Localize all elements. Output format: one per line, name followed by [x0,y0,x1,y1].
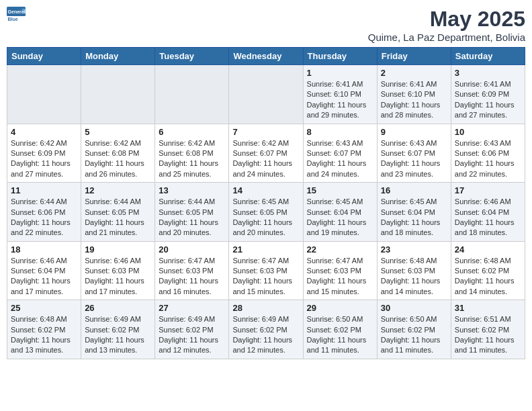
day-info: Sunrise: 6:42 AM Sunset: 6:08 PM Dayligh… [85,138,151,180]
day-info: Sunrise: 6:42 AM Sunset: 6:09 PM Dayligh… [11,138,77,180]
calendar-cell: 23Sunrise: 6:48 AM Sunset: 6:03 PM Dayli… [377,241,451,300]
calendar-week-row: 4Sunrise: 6:42 AM Sunset: 6:09 PM Daylig… [7,124,525,183]
day-number: 14 [232,185,299,195]
calendar-week-row: 1Sunrise: 6:41 AM Sunset: 6:10 PM Daylig… [7,65,525,124]
calendar-cell: 9Sunrise: 6:43 AM Sunset: 6:07 PM Daylig… [377,124,451,183]
calendar-cell: 1Sunrise: 6:41 AM Sunset: 6:10 PM Daylig… [303,65,377,124]
calendar-cell: 26Sunrise: 6:49 AM Sunset: 6:02 PM Dayli… [81,300,155,359]
calendar-cell: 22Sunrise: 6:47 AM Sunset: 6:03 PM Dayli… [303,241,377,300]
calendar-cell: 10Sunrise: 6:43 AM Sunset: 6:06 PM Dayli… [451,124,525,183]
calendar-cell: 24Sunrise: 6:48 AM Sunset: 6:02 PM Dayli… [451,241,525,300]
weekday-header-sunday: Sunday [7,48,81,65]
day-number: 17 [455,185,521,195]
calendar-cell: 19Sunrise: 6:46 AM Sunset: 6:03 PM Dayli… [81,241,155,300]
day-info: Sunrise: 6:42 AM Sunset: 6:07 PM Dayligh… [232,138,299,180]
day-info: Sunrise: 6:43 AM Sunset: 6:07 PM Dayligh… [307,138,373,180]
calendar-cell: 14Sunrise: 6:45 AM Sunset: 6:05 PM Dayli… [229,183,303,242]
weekday-header-monday: Monday [81,48,155,65]
day-number: 10 [455,127,521,137]
weekday-header-wednesday: Wednesday [229,48,303,65]
title-area: May 2025 Quime, La Paz Department, Boliv… [368,7,525,43]
calendar-cell: 11Sunrise: 6:44 AM Sunset: 6:06 PM Dayli… [7,183,81,242]
day-number: 23 [381,244,447,255]
day-info: Sunrise: 6:46 AM Sunset: 6:03 PM Dayligh… [85,256,151,298]
calendar-cell: 15Sunrise: 6:45 AM Sunset: 6:04 PM Dayli… [303,183,377,242]
logo: General Blue [7,7,26,26]
calendar-week-row: 11Sunrise: 6:44 AM Sunset: 6:06 PM Dayli… [7,183,525,242]
day-info: Sunrise: 6:49 AM Sunset: 6:02 PM Dayligh… [85,314,151,356]
day-info: Sunrise: 6:48 AM Sunset: 6:02 PM Dayligh… [11,314,77,356]
day-number: 16 [381,185,447,195]
day-number: 18 [11,244,77,255]
day-info: Sunrise: 6:45 AM Sunset: 6:04 PM Dayligh… [381,197,447,238]
calendar-cell: 12Sunrise: 6:44 AM Sunset: 6:05 PM Dayli… [81,183,155,242]
day-info: Sunrise: 6:46 AM Sunset: 6:04 PM Dayligh… [455,197,521,238]
month-title: May 2025 [368,7,525,32]
day-number: 20 [159,244,225,255]
calendar-cell: 2Sunrise: 6:41 AM Sunset: 6:10 PM Daylig… [377,65,451,124]
day-number: 6 [159,127,225,137]
calendar-cell [229,65,303,124]
calendar-cell: 3Sunrise: 6:41 AM Sunset: 6:09 PM Daylig… [451,65,525,124]
calendar-cell [81,65,155,124]
calendar-table: SundayMondayTuesdayWednesdayThursdayFrid… [7,47,525,359]
location-title: Quime, La Paz Department, Bolivia [368,32,525,43]
day-info: Sunrise: 6:50 AM Sunset: 6:02 PM Dayligh… [307,314,373,356]
day-info: Sunrise: 6:45 AM Sunset: 6:04 PM Dayligh… [307,197,373,238]
page-header: General Blue May 2025 Quime, La Paz Depa… [7,7,525,43]
day-number: 19 [85,244,151,255]
day-number: 1 [307,68,373,78]
day-info: Sunrise: 6:48 AM Sunset: 6:02 PM Dayligh… [455,256,521,298]
weekday-header-friday: Friday [377,48,451,65]
calendar-cell: 16Sunrise: 6:45 AM Sunset: 6:04 PM Dayli… [377,183,451,242]
svg-text:General: General [8,9,26,14]
calendar-cell [155,65,229,124]
calendar-cell: 27Sunrise: 6:49 AM Sunset: 6:02 PM Dayli… [155,300,229,359]
weekday-header-row: SundayMondayTuesdayWednesdayThursdayFrid… [7,48,525,65]
calendar-cell: 20Sunrise: 6:47 AM Sunset: 6:03 PM Dayli… [155,241,229,300]
calendar-week-row: 18Sunrise: 6:46 AM Sunset: 6:04 PM Dayli… [7,241,525,300]
day-number: 27 [159,303,225,313]
day-info: Sunrise: 6:46 AM Sunset: 6:04 PM Dayligh… [11,256,77,298]
calendar-cell: 25Sunrise: 6:48 AM Sunset: 6:02 PM Dayli… [7,300,81,359]
day-info: Sunrise: 6:47 AM Sunset: 6:03 PM Dayligh… [159,256,225,298]
calendar-cell: 8Sunrise: 6:43 AM Sunset: 6:07 PM Daylig… [303,124,377,183]
day-number: 25 [11,303,77,313]
day-number: 24 [455,244,521,255]
day-info: Sunrise: 6:51 AM Sunset: 6:02 PM Dayligh… [455,314,521,356]
calendar-cell: 7Sunrise: 6:42 AM Sunset: 6:07 PM Daylig… [229,124,303,183]
day-number: 11 [11,185,77,195]
day-number: 15 [307,185,373,195]
day-number: 5 [85,127,151,137]
calendar-cell: 18Sunrise: 6:46 AM Sunset: 6:04 PM Dayli… [7,241,81,300]
day-info: Sunrise: 6:43 AM Sunset: 6:07 PM Dayligh… [381,138,447,180]
day-info: Sunrise: 6:44 AM Sunset: 6:06 PM Dayligh… [11,197,77,238]
day-number: 8 [307,127,373,137]
calendar-cell: 30Sunrise: 6:50 AM Sunset: 6:02 PM Dayli… [377,300,451,359]
day-info: Sunrise: 6:48 AM Sunset: 6:03 PM Dayligh… [381,256,447,298]
day-number: 13 [159,185,225,195]
day-info: Sunrise: 6:41 AM Sunset: 6:09 PM Dayligh… [455,79,521,121]
calendar-cell: 17Sunrise: 6:46 AM Sunset: 6:04 PM Dayli… [451,183,525,242]
day-number: 22 [307,244,373,255]
svg-text:Blue: Blue [8,17,18,21]
calendar-cell [7,65,81,124]
logo-icon: General Blue [7,7,26,26]
day-number: 9 [381,127,447,137]
weekday-header-saturday: Saturday [451,48,525,65]
day-info: Sunrise: 6:41 AM Sunset: 6:10 PM Dayligh… [381,79,447,121]
day-number: 2 [381,68,447,78]
day-number: 26 [85,303,151,313]
calendar-cell: 5Sunrise: 6:42 AM Sunset: 6:08 PM Daylig… [81,124,155,183]
weekday-header-thursday: Thursday [303,48,377,65]
day-info: Sunrise: 6:49 AM Sunset: 6:02 PM Dayligh… [159,314,225,356]
calendar-cell: 29Sunrise: 6:50 AM Sunset: 6:02 PM Dayli… [303,300,377,359]
calendar-cell: 28Sunrise: 6:49 AM Sunset: 6:02 PM Dayli… [229,300,303,359]
day-info: Sunrise: 6:50 AM Sunset: 6:02 PM Dayligh… [381,314,447,356]
day-info: Sunrise: 6:41 AM Sunset: 6:10 PM Dayligh… [307,79,373,121]
day-info: Sunrise: 6:49 AM Sunset: 6:02 PM Dayligh… [232,314,299,356]
day-number: 7 [232,127,299,137]
day-number: 30 [381,303,447,313]
day-number: 29 [307,303,373,313]
weekday-header-tuesday: Tuesday [155,48,229,65]
